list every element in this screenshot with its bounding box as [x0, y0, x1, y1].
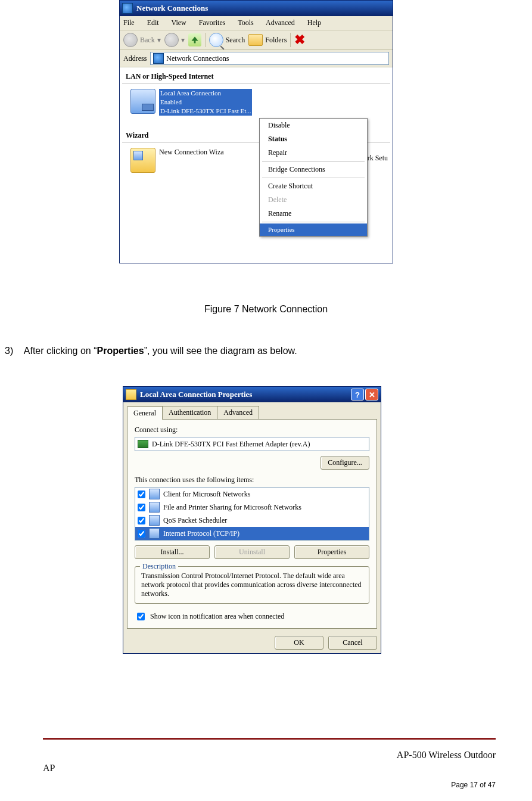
toolbar: Back ▾ ▾ Search Folders ✖ [120, 30, 393, 50]
install-button[interactable]: Install... [135, 545, 210, 559]
footer-rule [43, 738, 496, 740]
tab-general[interactable]: General [127, 406, 163, 420]
network-icon [153, 53, 164, 64]
service-icon [149, 515, 160, 526]
menu-disable[interactable]: Disable [260, 119, 367, 132]
back-label: Back [140, 36, 155, 45]
tab-strip: General Authentication Advanced [123, 402, 381, 419]
item-checkbox[interactable] [138, 504, 145, 511]
back-arrow-icon [123, 33, 138, 47]
menu-status[interactable]: Status [260, 132, 367, 146]
group-lan-header: LAN or High-Speed Internet [122, 70, 390, 84]
adapter-name: D-Link DFE-530TX PCI Fast Ethernet Adapt… [152, 440, 310, 449]
chevron-down-icon: ▾ [157, 36, 161, 45]
address-label: Address [123, 54, 147, 63]
folders-label: Folders [265, 36, 287, 45]
description-text: Transmission Control Protocol/Internet P… [141, 572, 363, 598]
menu-view[interactable]: View [171, 18, 186, 27]
menu-delete: Delete [260, 193, 367, 207]
configure-button[interactable]: Configure... [321, 456, 369, 470]
general-panel: Connect using: D-Link DFE-530TX PCI Fast… [127, 419, 377, 629]
connection-device: D-Link DFE-530TX PCI Fast Et... [159, 107, 252, 116]
context-menu: Disable Status Repair Bridge Connections… [259, 118, 368, 237]
chevron-down-icon: ▾ [181, 36, 185, 45]
instr-bold: Properties [97, 346, 144, 356]
tab-authentication[interactable]: Authentication [162, 406, 217, 419]
uninstall-button: Uninstall [214, 545, 290, 559]
menu-shortcut[interactable]: Create Shortcut [260, 179, 367, 193]
up-button[interactable] [188, 33, 201, 46]
connection-icon [126, 389, 136, 400]
forward-button[interactable]: ▾ [164, 33, 185, 47]
item-checkbox[interactable] [138, 530, 145, 538]
footer-ap: AP [43, 763, 55, 774]
instr-pre: After clicking on “ [24, 346, 97, 356]
title-bar[interactable]: Network Connections [120, 1, 393, 16]
description-group: Description Transmission Control Protoco… [135, 566, 369, 604]
wizard-icon [130, 148, 155, 173]
items-label: This connection uses the following items… [135, 476, 369, 485]
menu-tools[interactable]: Tools [238, 18, 254, 27]
page-number: Page 17 of 47 [0, 781, 496, 789]
separator [205, 33, 206, 47]
menu-properties[interactable]: Properties [260, 223, 367, 236]
cancel-button[interactable]: Cancel [328, 636, 377, 650]
separator [262, 178, 365, 178]
network-icon [122, 3, 133, 14]
menu-advanced[interactable]: Advanced [266, 18, 295, 27]
menu-repair[interactable]: Repair [260, 146, 367, 160]
protocol-icon [149, 528, 160, 539]
item-checkbox[interactable] [138, 490, 145, 498]
address-value: Network Connections [166, 54, 229, 63]
figure-caption: Figure 7 Network Connection [0, 304, 532, 315]
address-bar: Address Network Connections [120, 50, 393, 67]
address-field[interactable]: Network Connections [150, 52, 389, 65]
adapter-field[interactable]: D-Link DFE-530TX PCI Fast Ethernet Adapt… [135, 437, 369, 451]
search-label: Search [226, 36, 245, 45]
instruction-step-3: 3) After clicking on “Properties”, you w… [5, 346, 297, 356]
delete-icon[interactable]: ✖ [294, 32, 305, 48]
separator [262, 222, 365, 222]
connection-name: Local Area Connection [159, 89, 252, 98]
close-button[interactable]: ✕ [365, 389, 378, 401]
back-button[interactable]: Back ▾ [123, 33, 161, 47]
properties-button[interactable]: Properties [294, 545, 369, 559]
step-number: 3) [5, 346, 13, 356]
list-item-selected[interactable]: Internet Protocol (TCP/IP) [135, 527, 369, 540]
show-icon-input[interactable] [137, 613, 145, 620]
menu-file[interactable]: File [123, 18, 135, 27]
dialog-title: Local Area Connection Properties [140, 390, 252, 399]
lan-connection-icon [130, 89, 155, 114]
menu-edit[interactable]: Edit [147, 18, 159, 27]
item-label: Client for Microsoft Networks [163, 490, 366, 499]
item-label: QoS Packet Scheduler [163, 516, 366, 525]
menu-help[interactable]: Help [307, 18, 321, 27]
components-listbox[interactable]: Client for Microsoft Networks File and P… [135, 487, 369, 541]
client-icon [149, 489, 160, 499]
ok-button[interactable]: OK [275, 636, 323, 650]
separator [290, 33, 291, 47]
list-item[interactable]: File and Printer Sharing for Microsoft N… [135, 501, 369, 514]
wizard-label: New Connection Wiza [159, 148, 224, 173]
show-icon-checkbox[interactable]: Show icon in notification area when conn… [135, 611, 369, 622]
search-icon [209, 33, 223, 47]
item-label: Internet Protocol (TCP/IP) [163, 529, 366, 538]
menu-bar: File Edit View Favorites Tools Advanced … [120, 16, 393, 30]
tab-advanced[interactable]: Advanced [217, 406, 259, 419]
menu-favorites[interactable]: Favorites [199, 18, 226, 27]
title-bar[interactable]: Local Area Connection Properties ? ✕ [123, 387, 381, 402]
lan-connection-item[interactable]: Local Area Connection Enabled D-Link DFE… [122, 88, 390, 117]
connect-using-label: Connect using: [135, 426, 369, 434]
folders-button[interactable]: Folders [248, 34, 287, 46]
list-item[interactable]: Client for Microsoft Networks [135, 488, 369, 501]
new-connection-wizard-item[interactable]: New Connection Wiza [122, 147, 232, 174]
dialog-buttons: OK Cancel [123, 632, 381, 653]
help-button[interactable]: ? [351, 389, 364, 401]
connection-status: Enabled [159, 98, 252, 107]
list-item[interactable]: QoS Packet Scheduler [135, 514, 369, 527]
folders-icon [248, 34, 263, 46]
menu-bridge[interactable]: Bridge Connections [260, 163, 367, 176]
item-checkbox[interactable] [138, 517, 145, 524]
search-button[interactable]: Search [209, 33, 245, 47]
menu-rename[interactable]: Rename [260, 207, 367, 221]
